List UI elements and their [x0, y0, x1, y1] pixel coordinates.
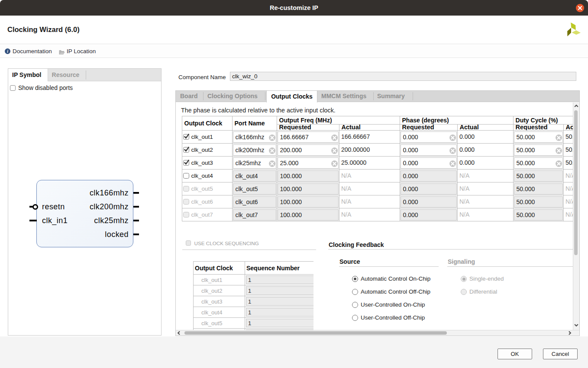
svg-text:i: i: [7, 49, 8, 54]
